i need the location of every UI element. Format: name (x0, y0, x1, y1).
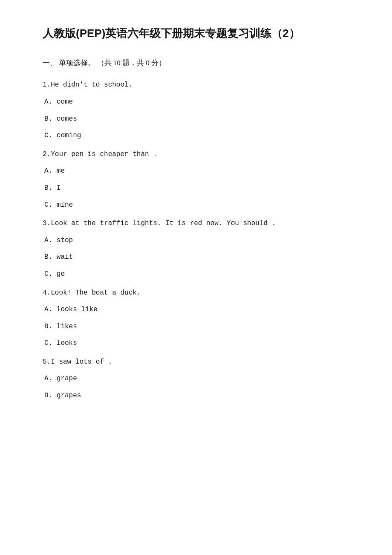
question-1: 1.He didn't to school. A. come B. comes … (43, 80, 349, 141)
question-3-option-b: B. wait (44, 252, 349, 263)
question-1-text: 1.He didn't to school. (43, 80, 349, 91)
question-5-option-b: B. grapes (44, 390, 349, 402)
question-4-text: 4.Look! The boat a duck. (43, 288, 349, 299)
question-2-option-a: A. me (44, 166, 349, 177)
question-2-text: 2.Your pen is cheaper than . (43, 149, 349, 160)
question-2-option-c: C. mine (44, 200, 349, 211)
question-4-option-c: C. looks (44, 338, 349, 349)
question-1-option-b: B. comes (44, 114, 349, 125)
section-header: 一、 单项选择。 （共 10 题，共 0 分） (43, 58, 349, 68)
question-3-option-a: A. stop (44, 235, 349, 246)
question-2-option-b: B. I (44, 183, 349, 194)
question-4-option-b: B. likes (44, 321, 349, 332)
question-5: 5.I saw lots of . A. grape B. grapes (43, 357, 349, 402)
question-1-option-c: C. coming (44, 130, 349, 142)
question-5-text: 5.I saw lots of . (43, 357, 349, 368)
question-3-text: 3.Look at the traffic lights. It is red … (43, 218, 349, 229)
question-2: 2.Your pen is cheaper than . A. me B. I … (43, 149, 349, 211)
questions-container: 1.He didn't to school. A. come B. comes … (43, 80, 349, 401)
question-4-option-a: A. looks like (44, 304, 349, 315)
question-4: 4.Look! The boat a duck. A. looks like B… (43, 288, 349, 349)
question-3-option-c: C. go (44, 269, 349, 280)
question-5-option-a: A. grape (44, 373, 349, 384)
page-title: 人教版(PEP)英语六年级下册期末专题复习训练（2） (43, 26, 349, 41)
question-3: 3.Look at the traffic lights. It is red … (43, 218, 349, 280)
question-1-option-a: A. come (44, 97, 349, 108)
